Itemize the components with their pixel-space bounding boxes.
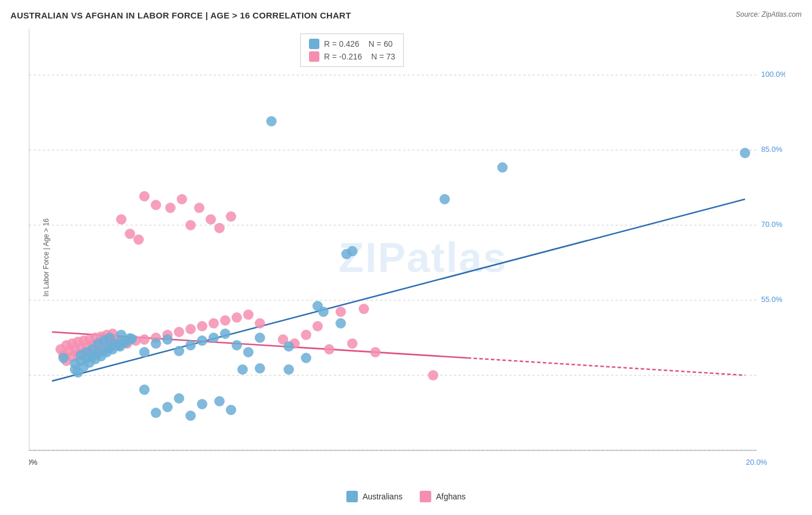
svg-point-126: [266, 116, 277, 126]
svg-point-133: [162, 402, 173, 412]
svg-point-66: [177, 194, 187, 204]
source-label: Source: ZipAtlas.com: [736, 10, 802, 18]
svg-point-64: [151, 200, 161, 210]
afghans-swatch: [420, 491, 431, 502]
svg-point-116: [185, 340, 196, 350]
svg-point-54: [197, 321, 207, 331]
svg-point-113: [151, 338, 161, 349]
svg-point-69: [206, 214, 216, 225]
svg-point-71: [226, 211, 236, 222]
svg-point-123: [284, 341, 294, 352]
chart-svg: 100.0% 85.0% 70.0% 55.0% 0.0% 20.0%: [29, 29, 785, 485]
svg-point-55: [208, 318, 219, 329]
svg-point-134: [174, 393, 184, 404]
svg-point-143: [318, 307, 329, 317]
chart-container: AUSTRALIAN VS AFGHAN IN LABOR FORCE | AG…: [0, 0, 812, 515]
svg-point-141: [284, 364, 294, 375]
svg-point-112: [139, 347, 150, 357]
svg-point-135: [185, 410, 196, 421]
svg-point-120: [232, 340, 242, 350]
svg-text:20.0%: 20.0%: [746, 458, 768, 467]
legend-australians: Australians: [347, 491, 403, 502]
svg-line-16: [468, 358, 745, 375]
svg-point-80: [125, 229, 135, 239]
svg-point-140: [255, 363, 265, 374]
svg-point-61: [370, 347, 381, 357]
svg-point-129: [439, 194, 450, 204]
svg-point-139: [237, 364, 248, 375]
svg-point-57: [232, 312, 242, 323]
svg-point-56: [220, 315, 230, 326]
svg-point-115: [174, 346, 184, 356]
svg-point-58: [243, 309, 254, 320]
svg-point-73: [301, 330, 311, 340]
svg-point-75: [324, 344, 334, 354]
svg-point-76: [336, 307, 346, 317]
svg-point-52: [174, 327, 184, 337]
legend-afghans: Afghans: [420, 491, 465, 502]
svg-point-77: [347, 338, 357, 349]
svg-point-81: [133, 234, 144, 245]
svg-point-67: [185, 220, 196, 230]
svg-point-114: [162, 334, 173, 345]
svg-point-137: [214, 396, 225, 406]
svg-point-119: [220, 329, 230, 339]
australians-swatch: [347, 491, 358, 502]
svg-point-136: [197, 399, 207, 409]
svg-point-62: [428, 370, 438, 380]
svg-text:55.0%: 55.0%: [761, 295, 783, 304]
svg-point-82: [58, 353, 69, 363]
svg-point-118: [208, 333, 219, 343]
chart-title: AUSTRALIAN VS AFGHAN IN LABOR FORCE | AG…: [10, 10, 351, 20]
svg-point-63: [139, 191, 150, 201]
svg-point-49: [139, 334, 150, 345]
svg-point-79: [116, 214, 126, 225]
svg-point-78: [359, 304, 369, 314]
svg-point-128: [740, 148, 750, 158]
svg-point-131: [139, 385, 150, 395]
svg-point-59: [255, 318, 265, 329]
svg-point-142: [301, 353, 311, 363]
svg-text:100.0%: 100.0%: [761, 70, 785, 79]
australians-label: Australians: [363, 492, 403, 501]
afghans-label: Afghans: [436, 492, 465, 501]
svg-point-121: [243, 347, 254, 357]
svg-point-132: [151, 408, 161, 418]
svg-point-144: [336, 318, 346, 329]
svg-point-70: [214, 223, 225, 233]
svg-point-53: [185, 324, 196, 334]
svg-text:70.0%: 70.0%: [761, 220, 783, 229]
svg-text:0.0%: 0.0%: [29, 458, 38, 467]
svg-point-74: [312, 321, 323, 331]
svg-point-130: [347, 246, 357, 256]
svg-point-68: [194, 203, 204, 213]
svg-point-65: [165, 203, 176, 213]
svg-point-111: [126, 334, 137, 344]
svg-point-122: [255, 333, 265, 343]
svg-point-138: [226, 405, 236, 415]
svg-point-117: [197, 335, 207, 346]
svg-text:85.0%: 85.0%: [761, 145, 783, 154]
svg-point-127: [497, 162, 508, 173]
bottom-legend: Australians Afghans: [347, 491, 466, 502]
